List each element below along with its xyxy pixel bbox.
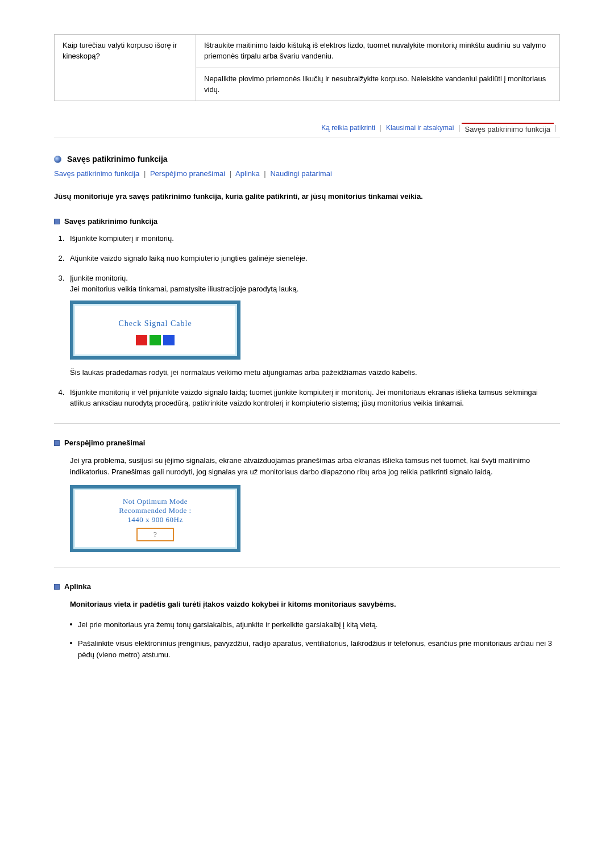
illus-line-1: Not Optimum Mode bbox=[81, 497, 230, 506]
illustration-inner: Check Signal Cable bbox=[73, 304, 237, 356]
subsection-header: Perspėjimo pranešimai bbox=[54, 439, 560, 447]
link-tips[interactable]: Naudingi patarimai bbox=[270, 169, 331, 178]
section-title: Savęs patikrinimo funkcija bbox=[67, 155, 168, 164]
section-divider bbox=[54, 423, 560, 424]
square-bullet-icon bbox=[54, 584, 60, 590]
intro-text: Jūsų monitoriuje yra savęs patikrinimo f… bbox=[54, 191, 560, 202]
subsection-title: Perspėjimo pranešimai bbox=[64, 439, 145, 447]
section-sublinks: Savęs patikrinimo funkcija | Perspėjimo … bbox=[54, 169, 560, 178]
step-1: Išjunkite kompiuterį ir monitorių. bbox=[67, 233, 560, 244]
qa-question-cell: Kaip turėčiau valyti korpuso išorę ir ki… bbox=[55, 35, 196, 101]
environment-item-2: Pašalinkite visus elektroninius įrengini… bbox=[70, 638, 560, 660]
color-squares-row bbox=[81, 335, 230, 345]
subsection-selfcheck: Savęs patikrinimo funkcija Išjunkite kom… bbox=[54, 217, 560, 408]
tab-separator: | bbox=[379, 124, 383, 133]
environment-item-1: Jei prie monitoriaus yra žemų tonų garsi… bbox=[70, 619, 560, 631]
tabs-bar: Ką reikia patikrinti | Klausimai ir atsa… bbox=[54, 124, 560, 137]
tab-separator: | bbox=[457, 124, 461, 133]
tab-qa[interactable]: Klausimai ir atsakymai bbox=[383, 124, 457, 133]
qa-table: Kaip turėčiau valyti korpuso išorę ir ki… bbox=[54, 34, 560, 101]
qa-answer-2: Nepalikite plovimo priemonės likučių ir … bbox=[204, 74, 546, 94]
illus-line-2: Recommended Mode : bbox=[81, 506, 230, 515]
environment-lead: Monitoriaus vieta ir padėtis gali turėti… bbox=[70, 599, 560, 610]
illustration-caption: Check Signal Cable bbox=[81, 318, 230, 329]
illustration-inner: Not Optimum Mode Recommended Mode : 1440… bbox=[73, 489, 237, 549]
subsection-header: Savęs patikrinimo funkcija bbox=[54, 217, 560, 226]
qa-answer-cell-2: Nepalikite plovimo priemonės likučių ir … bbox=[196, 68, 560, 101]
blue-square-icon bbox=[163, 335, 175, 345]
red-square-icon bbox=[136, 335, 147, 345]
square-bullet-icon bbox=[54, 219, 60, 224]
illus-line-3: 1440 x 900 60Hz bbox=[81, 515, 230, 524]
content-column: Kaip turėčiau valyti korpuso išorę ir ki… bbox=[54, 34, 560, 660]
square-bullet-icon bbox=[54, 440, 60, 446]
tabs-row: Ką reikia patikrinti | Klausimai ir atsa… bbox=[54, 124, 560, 137]
link-warnings[interactable]: Perspėjimo pranešimai bbox=[150, 169, 225, 178]
link-environment[interactable]: Aplinka bbox=[235, 169, 260, 178]
link-selfcheck[interactable]: Savęs patikrinimo funkcija bbox=[54, 169, 139, 178]
illus-help-button: ? bbox=[136, 528, 174, 541]
link-separator: | bbox=[227, 169, 234, 178]
subsection-header: Aplinka bbox=[54, 582, 560, 591]
subsection-title: Savęs patikrinimo funkcija bbox=[64, 217, 157, 226]
illustration-check-signal: Check Signal Cable bbox=[70, 301, 240, 360]
qa-answer-cell-1: Ištraukite maitinimo laido kištuką iš el… bbox=[196, 35, 560, 68]
qa-answer-1: Ištraukite maitinimo laido kištuką iš el… bbox=[204, 41, 546, 60]
warnings-paragraph: Jei yra problema, susijusi su įėjimo sig… bbox=[70, 455, 560, 477]
step-3-after-illus: Šis laukas pradedamas rodyti, jei normal… bbox=[70, 368, 560, 378]
green-square-icon bbox=[150, 335, 161, 345]
step-3-text-b: Jei monitorius veikia tinkamai, pamatysi… bbox=[70, 285, 298, 293]
section-header: Savęs patikrinimo funkcija bbox=[54, 155, 560, 164]
step-2: Atjunkite vaizdo signalo laiką nuo kompi… bbox=[67, 253, 560, 264]
environment-item-2-text: Pašalinkite visus elektroninius įrengini… bbox=[78, 639, 552, 659]
illustration-not-optimum: Not Optimum Mode Recommended Mode : 1440… bbox=[70, 485, 240, 552]
tab-selfcheck-active[interactable]: Savęs patikrinimo funkcija bbox=[462, 123, 554, 133]
subsection-warnings: Perspėjimo pranešimai Jei yra problema, … bbox=[54, 439, 560, 552]
page: Kaip turėčiau valyti korpuso išorę ir ki… bbox=[0, 0, 614, 691]
round-bullet-icon bbox=[54, 156, 61, 163]
section-divider bbox=[54, 567, 560, 567]
link-separator: | bbox=[262, 169, 268, 178]
tab-separator: | bbox=[554, 124, 558, 133]
step-4: Išjunkite monitorių ir vėl prijunkite va… bbox=[67, 387, 560, 409]
step-1-text: Išjunkite kompiuterį ir monitorių. bbox=[70, 234, 174, 243]
selfcheck-steps: Išjunkite kompiuterį ir monitorių. Atjun… bbox=[67, 233, 560, 408]
qa-question: Kaip turėčiau valyti korpuso išorę ir ki… bbox=[63, 41, 177, 60]
step-2-text: Atjunkite vaizdo signalo laiką nuo kompi… bbox=[70, 254, 308, 262]
step-3: Įjunkite monitorių. Jei monitorius veiki… bbox=[67, 273, 560, 378]
step-4-text: Išjunkite monitorių ir vėl prijunkite va… bbox=[70, 388, 538, 407]
link-separator: | bbox=[142, 169, 148, 178]
tab-check[interactable]: Ką reikia patikrinti bbox=[318, 124, 379, 133]
environment-item-1-text: Jei prie monitoriaus yra žemų tonų garsi… bbox=[78, 620, 377, 629]
step-3-text-a: Įjunkite monitorių. bbox=[70, 274, 128, 282]
subsection-environment: Aplinka Monitoriaus vieta ir padėtis gal… bbox=[54, 582, 560, 660]
subsection-title: Aplinka bbox=[64, 582, 91, 591]
environment-list: Jei prie monitoriaus yra žemų tonų garsi… bbox=[70, 619, 560, 661]
